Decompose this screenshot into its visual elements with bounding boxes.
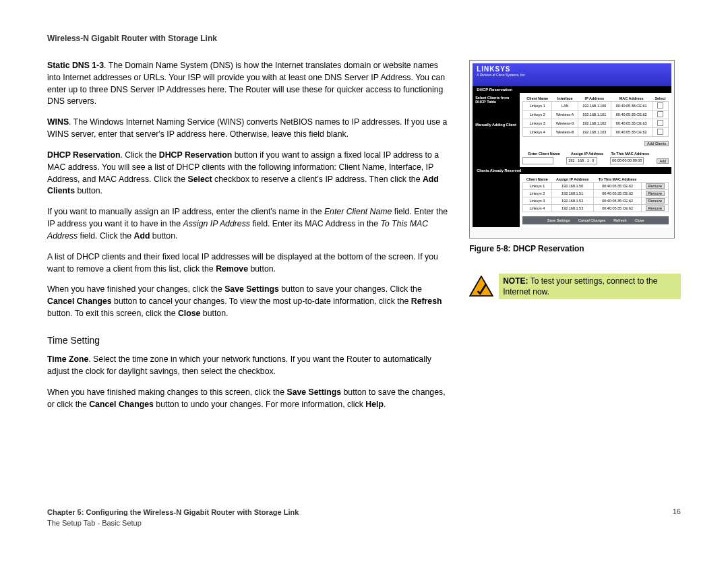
label: Cancel Changes <box>89 400 154 409</box>
cell: 192.168.1.102 <box>578 119 611 128</box>
client-name-input[interactable] <box>522 157 553 164</box>
body-text-column: Static DNS 1-3. The Domain Name System (… <box>47 60 449 542</box>
figure-main: Client Name Interface IP Address MAC Add… <box>520 93 671 167</box>
brand-logo: LINKSYS <box>477 65 667 73</box>
cell: Linksys 1 <box>523 183 551 190</box>
note-label: NOTE: <box>503 276 528 286</box>
cell: Wireless-B <box>552 128 578 137</box>
footer-chapter: Chapter 5: Configuring the Wireless-N Gi… <box>47 507 299 518</box>
remove-button[interactable]: Remove <box>646 206 665 211</box>
text: button to cancel your changes. To view t… <box>112 296 411 306</box>
label: Remove <box>216 264 248 274</box>
cell: Wireless-A <box>552 111 578 119</box>
h-assign-ip: Assign IP Address <box>566 152 609 156</box>
cancel-changes-button[interactable]: Cancel Changes <box>578 218 606 222</box>
page-footer: Chapter 5: Configuring the Wireless-N Gi… <box>47 507 681 528</box>
paragraph-manual-assign: If you want to manually assign an IP add… <box>47 206 449 242</box>
cell: Linksys 3 <box>523 197 551 205</box>
cell: 192.168.1.101 <box>578 111 611 119</box>
cell: LAN <box>552 102 578 111</box>
cell: 192.168.1.50 <box>551 183 593 190</box>
cell: 192.168.1.52 <box>551 197 593 205</box>
cell: Linksys 4 <box>523 128 552 137</box>
th-select: Select <box>652 96 668 102</box>
text: field. Enter its MAC Address in the <box>250 219 380 228</box>
paragraph-save-footer: When you have finished making changes to… <box>47 387 449 411</box>
figure-section-title: DHCP Reservation <box>473 86 671 93</box>
button-bar: Save Settings Cancel Changes Refresh Clo… <box>522 216 669 224</box>
text: . The Domain Name System (DNS) is how th… <box>47 61 445 106</box>
label-time-zone: Time Zone <box>47 354 88 364</box>
dhcp-clients-table: Client Name Interface IP Address MAC Add… <box>522 96 669 137</box>
reserved-table: Client Name Assign IP Address To This MA… <box>522 177 669 212</box>
checkbox[interactable] <box>652 111 668 119</box>
cell: 00:40:05:35:CE:62 <box>593 205 642 212</box>
note-text: NOTE: To test your settings, connect to … <box>499 274 681 299</box>
page-number: 16 <box>673 507 681 528</box>
cell: 192.168.1.103 <box>578 128 611 137</box>
checkbox[interactable] <box>652 128 668 137</box>
paragraph-time-zone: Time Zone. Select the time zone in which… <box>47 354 449 378</box>
label: Close <box>178 309 201 318</box>
table-row: Linksys 3Wireless-G192.168.1.10200:40:05… <box>523 119 669 128</box>
paragraph-save-settings: When you have finished your changes, cli… <box>47 284 449 319</box>
table-row: Linksys 2Wireless-A192.168.1.10100:40:05… <box>523 111 669 119</box>
cell: Linksys 2 <box>523 190 551 197</box>
th-interface: Interface <box>552 96 578 102</box>
label-dhcp-reservation: DHCP Reservation <box>47 150 120 160</box>
text: When you have finished your changes, cli… <box>47 284 224 294</box>
cell: 192.168.1.100 <box>578 102 611 111</box>
paragraph-dhcp-reservation: DHCP Reservation. Click the DHCP Reserva… <box>47 150 449 197</box>
figure-dhcp-reservation: LINKSYS A Division of Cisco Systems, Inc… <box>469 60 675 239</box>
cell: Linksys 4 <box>523 205 551 212</box>
cell: 192.168.1.53 <box>551 205 593 212</box>
label-static-dns: Static DNS 1-3 <box>47 61 104 70</box>
figure-sidebar-empty <box>473 174 520 227</box>
save-settings-button[interactable]: Save Settings <box>547 218 570 222</box>
refresh-button[interactable]: Refresh <box>613 218 626 222</box>
th-mac: To This MAC Address <box>593 177 642 183</box>
label: Cancel Changes <box>47 296 112 306</box>
label: Enter Client Name <box>324 207 392 216</box>
figure-caption: Figure 5-8: DHCP Reservation <box>469 244 681 253</box>
paragraph-static-dns: Static DNS 1-3. The Domain Name System (… <box>47 60 449 108</box>
cell: Linksys 1 <box>523 102 552 111</box>
manual-input-row: 192 . 168 . 1 . 0 00:00:00:00:00:00 Add <box>522 157 669 164</box>
figure-header: LINKSYS A Division of Cisco Systems, Inc… <box>473 63 671 86</box>
label-wins: WINS <box>47 117 69 127</box>
section-time-setting: Time Setting <box>47 334 449 347</box>
cell: 00:40:05:35:CE:62 <box>593 190 642 197</box>
page-header: Wireless-N Gigabit Router with Storage L… <box>47 34 681 43</box>
text: When you have finished making changes to… <box>47 387 286 397</box>
cell: 00:40:05:35:CE:62 <box>611 111 652 119</box>
th-mac: MAC Address <box>611 96 652 102</box>
note-box: NOTE: To test your settings, connect to … <box>469 274 681 299</box>
th-action <box>642 177 669 183</box>
warning-icon <box>469 276 493 297</box>
th-ip: IP Address <box>578 96 611 102</box>
checkbox[interactable] <box>652 102 668 111</box>
label: Save Settings <box>286 387 341 397</box>
table-row: Linksys 3192.168.1.5200:40:05:35:CE:62Re… <box>523 197 669 205</box>
cell: 00:40:05:35:CE:62 <box>593 183 642 190</box>
add-button[interactable]: Add <box>657 158 669 164</box>
label: Refresh <box>411 296 442 306</box>
remove-button[interactable]: Remove <box>646 198 665 204</box>
add-clients-button[interactable]: Add Clients <box>644 141 669 146</box>
checkbox[interactable] <box>652 119 668 128</box>
th-client-name: Client Name <box>523 96 552 102</box>
close-button[interactable]: Close <box>635 218 644 222</box>
text: field. Click the <box>78 231 133 241</box>
sidebar-manual-add: Manually Adding Client <box>475 123 517 127</box>
text: . Click the <box>120 150 158 160</box>
cell: 00:40:05:35:CE:62 <box>611 128 652 137</box>
brand-subtitle: A Division of Cisco Systems, Inc. <box>477 73 667 77</box>
label: Help <box>365 400 384 409</box>
text: . <box>384 400 386 409</box>
mac-input[interactable]: 00:00:00:00:00:00 <box>610 157 644 164</box>
sidebar-select-clients: Select Clients from DHCP Table <box>475 96 517 104</box>
ip-input[interactable]: 192 . 168 . 1 . 0 <box>566 157 597 164</box>
text: . Select the time zone in which your net… <box>47 354 431 376</box>
remove-button[interactable]: Remove <box>646 183 665 189</box>
remove-button[interactable]: Remove <box>646 191 665 196</box>
